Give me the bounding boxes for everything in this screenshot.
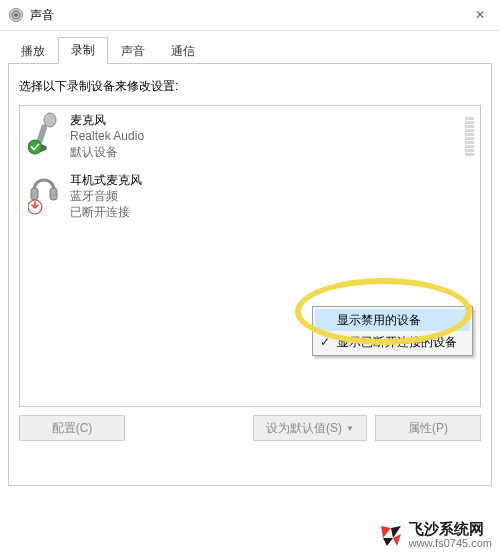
device-name: 麦克风 <box>70 112 144 128</box>
headset-icon <box>28 172 60 216</box>
watermark-url: www.fs0745.com <box>409 536 492 550</box>
set-default-button[interactable]: 设为默认值(S)▼ <box>253 415 367 441</box>
tab-sounds[interactable]: 声音 <box>108 38 158 64</box>
sound-icon <box>8 7 24 23</box>
watermark-logo-icon <box>379 524 403 548</box>
menu-item-label: 显示已断开连接的设备 <box>337 334 457 351</box>
svg-rect-7 <box>31 188 38 200</box>
level-meter <box>465 112 474 156</box>
device-text: 耳机式麦克风 蓝牙音频 已断开连接 <box>70 172 142 220</box>
device-subtitle: Realtek Audio <box>70 128 144 144</box>
tab-content: 选择以下录制设备来修改设置: 麦克风 Realt <box>8 64 492 486</box>
tab-playback[interactable]: 播放 <box>8 38 58 64</box>
microphone-icon <box>28 112 60 156</box>
tab-communications[interactable]: 通信 <box>158 38 208 64</box>
device-item[interactable]: 麦克风 Realtek Audio 默认设备 <box>20 106 480 166</box>
device-subtitle: 蓝牙音频 <box>70 188 142 204</box>
device-status: 已断开连接 <box>70 204 142 220</box>
device-text: 麦克风 Realtek Audio 默认设备 <box>70 112 144 160</box>
title-bar: 声音 ✕ <box>0 0 500 31</box>
menu-show-disconnected[interactable]: ✓ 显示已断开连接的设备 <box>315 331 470 353</box>
menu-show-disabled[interactable]: 显示禁用的设备 <box>315 309 470 331</box>
context-menu: 显示禁用的设备 ✓ 显示已断开连接的设备 <box>312 306 473 356</box>
svg-rect-8 <box>50 188 57 200</box>
svg-point-2 <box>14 13 18 17</box>
properties-button[interactable]: 属性(P) <box>375 415 481 441</box>
svg-point-6 <box>28 140 42 154</box>
device-status: 默认设备 <box>70 144 144 160</box>
check-icon: ✓ <box>320 335 330 349</box>
tab-recording[interactable]: 录制 <box>58 37 108 64</box>
watermark: 飞沙系统网 www.fs0745.com <box>379 522 492 550</box>
menu-item-label: 显示禁用的设备 <box>337 312 421 329</box>
device-list[interactable]: 麦克风 Realtek Audio 默认设备 <box>19 105 481 407</box>
window-title: 声音 <box>30 7 54 24</box>
chevron-down-icon: ▼ <box>346 424 354 433</box>
device-item[interactable]: 耳机式麦克风 蓝牙音频 已断开连接 <box>20 166 480 226</box>
configure-button[interactable]: 配置(C) <box>19 415 125 441</box>
watermark-name: 飞沙系统网 <box>409 522 492 536</box>
tab-strip: 播放 录制 声音 通信 <box>8 37 492 64</box>
instruction-text: 选择以下录制设备来修改设置: <box>19 78 481 95</box>
button-row: 配置(C) 设为默认值(S)▼ 属性(P) <box>19 415 481 441</box>
device-name: 耳机式麦克风 <box>70 172 142 188</box>
close-button[interactable]: ✕ <box>460 0 500 30</box>
